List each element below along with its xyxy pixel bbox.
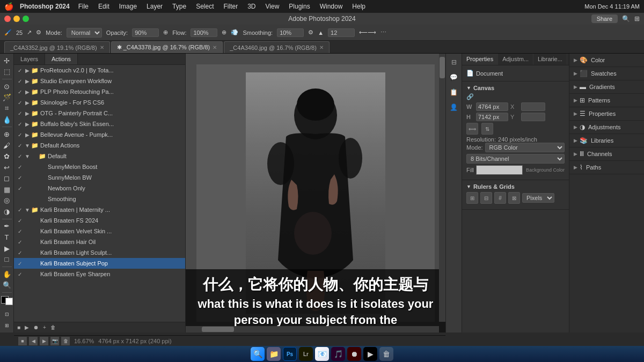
width-input[interactable] <box>476 102 508 111</box>
action-item[interactable]: ✓ SunnyMelon Boost <box>14 161 185 172</box>
dock-lr[interactable]: Lr <box>299 347 313 361</box>
tab-1[interactable]: ✱ _C4A3378.jpg @ 16.7% (RGB/8) ✕ <box>111 41 223 53</box>
y-input[interactable] <box>521 113 545 121</box>
mode-select-prop[interactable]: RGB Color <box>485 143 565 152</box>
stop-btn[interactable]: ■ <box>18 337 27 345</box>
delete-btn[interactable]: 🗑 <box>61 337 70 345</box>
patterns-panel-item[interactable]: ▶ ⊞ Patterns <box>569 94 644 107</box>
move-tool[interactable]: ✢ <box>1 56 13 66</box>
menu-edit[interactable]: Edit <box>96 3 112 10</box>
paths-panel-item[interactable]: ▶ ⌇ Paths <box>569 161 644 174</box>
gradients-panel-item[interactable]: ▶ ▬ Gradients <box>569 80 644 94</box>
opacity-pressure-icon[interactable]: ⊕ <box>163 29 168 36</box>
dock-ps[interactable]: Ps <box>283 347 297 361</box>
dock-music[interactable]: 🎵 <box>331 347 345 361</box>
tab-close-2[interactable]: ✕ <box>319 45 324 50</box>
canvas-v-scroll-thumb[interactable] <box>440 57 445 78</box>
play-icon[interactable]: ▶ <box>25 324 29 330</box>
marquee-tool[interactable]: ⬚ <box>1 67 13 77</box>
delete-action-icon[interactable]: 🗑 <box>50 324 56 330</box>
flow-pressure-icon[interactable]: ⊕ <box>222 29 226 36</box>
fg-bg-colors[interactable] <box>1 296 13 305</box>
brush-options-icon[interactable]: ⚙ <box>36 29 41 36</box>
crop-tool[interactable]: ⌗ <box>1 104 13 114</box>
share-button[interactable]: Share <box>591 14 618 23</box>
action-item[interactable]: ✓ ▶ 📁 Buffalo Baby's Skin Essen... <box>14 119 185 129</box>
action-item[interactable]: ✓ Karli Braaten Subject Pop <box>14 258 185 269</box>
layers-tab[interactable]: Layers <box>14 54 45 64</box>
menu-view[interactable]: View <box>264 3 282 10</box>
action-item[interactable]: ✓ ▶ 📁 OTG - Painterly Portrait C... <box>14 108 185 119</box>
quick-select-tool[interactable]: 🪄 <box>1 93 13 103</box>
ruler-v-btn[interactable]: ⊟ <box>480 192 492 204</box>
new-snapshot-btn[interactable]: 📷 <box>50 337 59 345</box>
new-action-icon[interactable]: + <box>43 324 46 330</box>
channels-panel-item[interactable]: ▶ Ⅲ Channels <box>569 147 644 161</box>
canvas-area[interactable]: 什么，它将你的人物、你的主题与 what this is what it doe… <box>186 54 445 333</box>
screen-mode-icon[interactable]: ⊞ <box>1 320 13 330</box>
clone-tool[interactable]: ✿ <box>1 151 13 161</box>
mode-select[interactable]: Normal <box>67 28 102 38</box>
hand-tool[interactable]: ✋ <box>1 269 13 279</box>
background-color[interactable] <box>5 298 13 305</box>
healing-tool[interactable]: ⊕ <box>1 129 13 139</box>
action-item[interactable]: ✓ ▶ 📁 Bellevue Avenue - Pumpk... <box>14 129 185 140</box>
tab-2[interactable]: _C4A3460.jpg @ 16.7% (RGB/8) ✕ <box>224 41 330 53</box>
properties-panel-item[interactable]: ▶ ☰ Properties <box>569 107 644 121</box>
dock-video[interactable]: ▶ <box>363 347 377 361</box>
canvas-section-header[interactable]: ▼ Canvas <box>466 85 565 91</box>
libraries-panel-item[interactable]: ▶ 📚 Libraries <box>569 134 644 147</box>
dock-trash[interactable]: 🗑 <box>379 347 393 361</box>
tab-close-0[interactable]: ✕ <box>100 45 104 50</box>
lasso-tool[interactable]: ⊙ <box>1 82 13 92</box>
menu-help[interactable]: Help <box>350 3 368 10</box>
dock-folder[interactable]: 📁 <box>267 347 281 361</box>
search-icon[interactable]: 🔍 <box>622 15 630 23</box>
history-brush-tool[interactable]: ↩ <box>1 162 13 173</box>
play-btn[interactable]: ▶ <box>40 337 48 345</box>
minimize-button[interactable] <box>13 16 20 22</box>
close-button[interactable] <box>4 16 11 22</box>
tab-close-1[interactable]: ✕ <box>213 45 217 50</box>
dock-mail[interactable]: 📧 <box>315 347 329 361</box>
actions-tab[interactable]: Actions <box>45 54 78 64</box>
action-item[interactable]: ✓ Karli Braaten FS 2024 <box>14 215 185 226</box>
path-select-tool[interactable]: ▶ <box>1 243 13 254</box>
brush-tool[interactable]: 🖌 <box>1 141 13 151</box>
step-back-btn[interactable]: ◀ <box>29 337 38 345</box>
blur-tool[interactable]: ◎ <box>1 196 13 206</box>
right-icon-4[interactable]: 👤 <box>448 101 460 114</box>
zoom-tool[interactable]: 🔍 <box>1 280 13 290</box>
menu-type[interactable]: Type <box>170 3 188 10</box>
fill-color-swatch[interactable] <box>476 165 523 175</box>
adjustments-panel-item[interactable]: ▶ ◑ Adjustments <box>569 121 644 134</box>
canvas-h-scrollbar[interactable] <box>186 326 439 333</box>
brush-preset-icon[interactable]: 🖌️ <box>4 29 12 36</box>
quick-mask-icon[interactable]: ⊡ <box>1 309 13 320</box>
action-item[interactable]: ✓ ▶ 📁 Skinologie - For PS CS6 <box>14 97 185 108</box>
ruler-h-btn[interactable]: ⊞ <box>466 192 478 204</box>
airbrush-icon[interactable]: 💨 <box>231 29 238 36</box>
color-panel-item[interactable]: ▶ 🎨 Color <box>569 54 644 67</box>
smoothing-options-icon[interactable]: ⚙ <box>308 29 313 36</box>
properties-tab[interactable]: Properties <box>462 54 498 65</box>
right-icon-1[interactable]: ⊟ <box>448 56 460 69</box>
stop-icon[interactable]: ■ <box>17 324 20 330</box>
tab-0[interactable]: _C4A3352.jpg @ 19.1% (RGB/8) ✕ <box>4 41 110 53</box>
gradient-tool[interactable]: ▦ <box>1 184 13 195</box>
menu-3d[interactable]: 3D <box>245 3 258 10</box>
pen-tool[interactable]: ✒ <box>1 221 13 232</box>
action-item[interactable]: ✓ ▶ 📁 Studio Evergreen Workflow <box>14 76 185 86</box>
dodge-tool[interactable]: ◑ <box>1 206 13 217</box>
right-icon-3[interactable]: 📋 <box>448 86 460 99</box>
opacity-input[interactable] <box>132 28 159 37</box>
extra-options-icon[interactable]: ⋯ <box>380 29 386 36</box>
canvas-flip-v-btn[interactable]: ⇅ <box>481 123 493 135</box>
brush-angle-icon[interactable]: ↗ <box>27 29 32 36</box>
menu-filter[interactable]: Filter <box>221 3 240 10</box>
action-item[interactable]: ✓ ▼ 📁 Default <box>14 151 185 161</box>
adjustments-tab[interactable]: Adjustm... <box>498 54 533 65</box>
menu-file[interactable]: File <box>76 3 91 10</box>
dock-finder[interactable]: 🔍 <box>251 347 265 361</box>
apple-menu[interactable]: 🍎 <box>4 2 13 11</box>
